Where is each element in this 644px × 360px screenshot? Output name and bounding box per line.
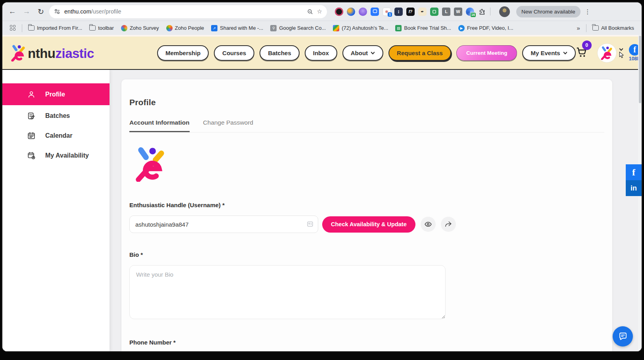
user-avatar[interactable]: [597, 43, 617, 63]
bookmark-favicon-zoho-people: [166, 25, 173, 31]
sidebar-item-my-availability[interactable]: My Availability: [2, 146, 110, 166]
folder-icon: [28, 25, 35, 31]
linkedin-share-button[interactable]: in: [626, 180, 642, 196]
sidebar-item-profile[interactable]: Profile: [2, 83, 110, 105]
chrome-profile-avatar[interactable]: [499, 6, 510, 17]
phone-label: Phone Number *: [129, 339, 604, 346]
share-profile-button[interactable]: [441, 217, 456, 232]
browser-toolbar: ← → ↻ enthu.com/user/profile ☆ ❄1 ⋮ f? ✒: [2, 2, 642, 21]
cart-button[interactable]: 0: [576, 46, 588, 60]
extension-icon-navy[interactable]: ⋮: [394, 8, 403, 16]
bio-label: Bio *: [129, 251, 604, 258]
extensions-puzzle-icon[interactable]: [478, 8, 486, 16]
nav-batches[interactable]: Batches: [260, 45, 299, 61]
extension-icon-camera[interactable]: [335, 8, 343, 16]
bookmark-google-search-console[interactable]: ⚲Google Search Co...: [267, 23, 329, 33]
share-icon: [444, 220, 452, 228]
chrome-menu-icon[interactable]: ⋮: [583, 8, 592, 15]
bookmark-free-pdf[interactable]: ▶Free PDF, Video, I...: [456, 23, 516, 33]
sidebar-item-calendar[interactable]: Calendar: [2, 126, 110, 146]
chevron-down-icon: [619, 47, 623, 52]
bookmark-book-free-trial[interactable]: ▤Book Free Trial Sh...: [392, 23, 454, 33]
url-text[interactable]: enthu.com/user/profile: [64, 8, 303, 15]
bookmark-zoho-people[interactable]: Zoho People: [163, 23, 207, 33]
bookmarks-divider: [586, 24, 586, 32]
extension-icon-green[interactable]: [430, 8, 438, 16]
zoom-icon[interactable]: [307, 9, 313, 15]
address-bar[interactable]: enthu.com/user/profile ☆: [49, 5, 327, 18]
tab-account-information[interactable]: Account Information: [129, 119, 190, 132]
bookmark-favicon-free-pdf: ▶: [458, 25, 465, 31]
extension-icon-meet[interactable]: 16: [466, 8, 474, 16]
bookmark-zoho-survey[interactable]: Zoho Survey: [118, 23, 162, 33]
page-body: Profile Batches Calendar My Availability: [2, 70, 642, 351]
preview-profile-button[interactable]: [421, 217, 436, 232]
cart-count-badge: 0: [582, 40, 592, 50]
bookmark-toolbar[interactable]: toolbar: [87, 23, 117, 33]
current-meeting-button[interactable]: Current Meeting: [456, 45, 517, 61]
profile-card: Profile Account Information Change Passw…: [121, 79, 612, 351]
extension-icon-fx[interactable]: f?: [406, 8, 415, 16]
chevron-down-icon: [563, 51, 567, 55]
folder-icon: [592, 25, 599, 31]
bookmark-favicon-book-trial: ▤: [395, 25, 402, 31]
avatar-dropdown[interactable]: [618, 47, 624, 59]
tab-change-password[interactable]: Change Password: [203, 119, 254, 132]
extension-icon-w[interactable]: W: [454, 8, 462, 16]
bookmark-ashutosh[interactable]: (72) Ashutosh's Te...: [330, 23, 391, 33]
check-availability-button[interactable]: Check Availability & Update: [322, 216, 415, 233]
bookmarks-overflow-icon[interactable]: »: [574, 23, 583, 33]
apps-grid-icon[interactable]: [7, 23, 19, 33]
sidebar-item-batches[interactable]: Batches: [2, 106, 110, 126]
batches-icon: [27, 112, 36, 120]
bookmark-imported[interactable]: Imported From Fir...: [25, 23, 85, 33]
request-class-button[interactable]: Request a Class: [388, 45, 451, 61]
facebook-share-button[interactable]: f: [626, 164, 642, 180]
nav-courses[interactable]: Courses: [214, 45, 254, 61]
profile-logo-image: [129, 145, 171, 182]
eye-icon: [424, 220, 432, 228]
folder-icon: [89, 25, 96, 31]
nav-membership[interactable]: Membership: [157, 45, 209, 61]
header-right-cluster: 0 f 108K in 7.2K: [576, 43, 642, 63]
bookmark-star-icon[interactable]: ☆: [317, 8, 322, 15]
username-row: Check Availability & Update: [129, 216, 604, 233]
chat-icon: [618, 332, 628, 341]
bio-textarea[interactable]: [129, 265, 446, 319]
chrome-update-button[interactable]: New Chrome available: [516, 6, 581, 17]
username-input[interactable]: [129, 216, 318, 233]
site-settings-icon[interactable]: [54, 8, 60, 15]
extension-icon-flower[interactable]: [359, 8, 367, 16]
nav-inbox[interactable]: Inbox: [305, 45, 337, 61]
enthuziastic-logo[interactable]: nthuziastic: [10, 44, 157, 62]
chevron-down-icon: [371, 51, 375, 55]
bookmark-shared-with-me[interactable]: ↗Shared with Me -...: [208, 23, 266, 33]
extension-icon-chat[interactable]: [371, 8, 379, 16]
toolbar-divider: [490, 8, 490, 15]
logo-text: nthu: [28, 46, 55, 61]
bookmark-favicon-zoho-survey: [121, 25, 127, 31]
extension-icon-sphere[interactable]: [347, 8, 355, 16]
reload-icon[interactable]: ↻: [35, 6, 47, 17]
enthuziastic-mark-icon: [600, 46, 614, 60]
scrollbar-thumb[interactable]: [639, 36, 641, 103]
bookmark-favicon-shared: ↗: [211, 25, 217, 31]
extension-icon-l[interactable]: L: [442, 8, 450, 16]
my-events-button[interactable]: My Events: [522, 45, 575, 61]
all-bookmarks-button[interactable]: All Bookmarks: [590, 23, 637, 33]
extension-icon-pen[interactable]: ✒: [418, 8, 427, 16]
floating-social-bar: f in: [626, 164, 642, 196]
cursor-icon: [618, 52, 624, 59]
main-nav: Membership Courses Batches Inbox About R…: [157, 45, 576, 61]
calendar-clock-icon: [27, 151, 36, 160]
extension-icon-mail[interactable]: ❄1: [383, 8, 391, 16]
chat-widget-button[interactable]: [613, 326, 633, 347]
extension-badge: 1: [387, 12, 392, 17]
enthuziastic-mark-icon: [10, 44, 27, 62]
forward-icon[interactable]: →: [21, 6, 33, 17]
id-badge-icon: [307, 221, 313, 229]
browser-window: ← → ↻ enthu.com/user/profile ☆ ❄1 ⋮ f? ✒: [2, 2, 642, 351]
page-title: Profile: [129, 98, 604, 107]
back-icon[interactable]: ←: [6, 6, 18, 17]
nav-about[interactable]: About: [342, 45, 383, 61]
